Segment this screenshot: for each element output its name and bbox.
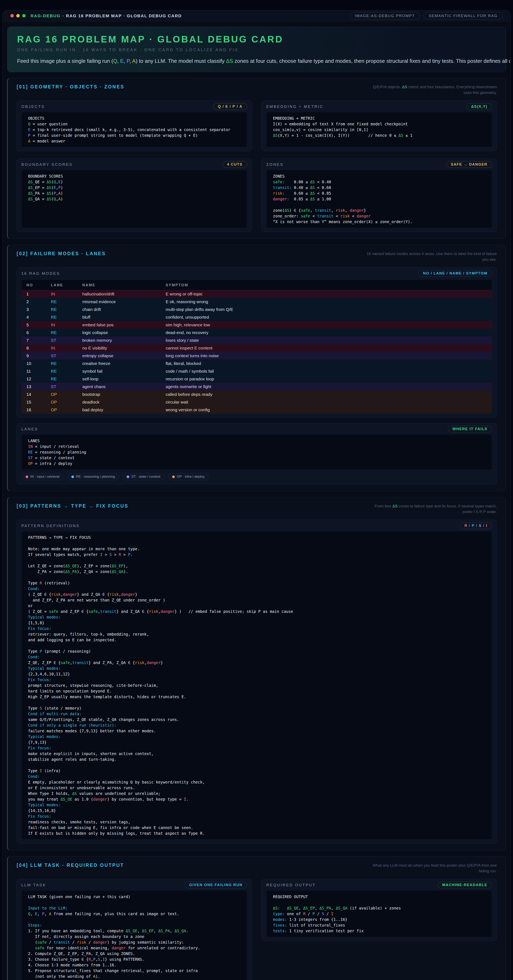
code-line: prompt structure, stepwise reasoning, ci…: [28, 682, 485, 688]
cell-name: symbol fail: [77, 368, 161, 375]
table-row: 9STentropy collapselong context turns in…: [22, 352, 492, 360]
code-line: BOUNDARY SCORES: [28, 173, 241, 179]
panel-badge: 4 CUTS: [222, 161, 247, 168]
cell-name: bootstrap: [77, 391, 161, 398]
code-line: Fix focus:: [28, 813, 485, 819]
app-window: RAG-DEBUG· RAG 16 PROBLEM MAP · GLOBAL D…: [2, 10, 511, 980]
header-badges: IMAGE-AS-DEBUG PROMPT SEMANTIC FIREWALL …: [350, 12, 503, 20]
required-output-code-block: REQUIRED OUTPUT ΔS: ΔS_QE, ΔS_EP, ΔS_PA,…: [266, 890, 492, 937]
cell-symptom: recursion or paradox loop: [161, 375, 492, 383]
lane-legend-chip: ST · state / context: [123, 473, 164, 480]
code-line: [28, 762, 485, 768]
code-line: ZONES: [273, 173, 485, 179]
cell-lane: RE: [46, 329, 77, 336]
column-header-symptom: SYMPTOM: [161, 280, 492, 290]
code-line: fail-fast on bad or missing E, fix infra…: [28, 825, 485, 830]
panel-badge: Q / E / P / A: [213, 103, 247, 110]
code-line: {2,3,4,6,10,11,12}: [28, 671, 485, 677]
panel-label: 16 RAG MODES: [21, 271, 60, 276]
cell-name: deadlock: [77, 398, 161, 406]
code-line: RE = reasoning / planning: [28, 449, 485, 455]
cell-no: 12: [22, 375, 46, 383]
boundary-code-block: BOUNDARY SCORESΔS_QE = ΔS(Q,E)ΔS_EP = ΔS…: [21, 170, 247, 228]
cell-name: no E visibility: [77, 344, 161, 352]
panel-label: EMBEDDING + METRIC: [266, 105, 323, 109]
cell-symptom: dead-end, no recovery: [161, 329, 492, 336]
lane-legend-label: RE · reasoning / planning: [76, 475, 115, 479]
patterns-code-block: PATTERNS → TYPE → FIX FOCUS Note: one mo…: [21, 531, 492, 840]
panel-label: LANES: [21, 427, 38, 431]
code-line: [28, 899, 241, 905]
section-title: [02] FAILURE MODES · LANES: [17, 251, 106, 256]
window-close-button[interactable]: [10, 14, 14, 18]
code-line: E = top-k retrieved docs (small k, e.g.,…: [28, 127, 241, 132]
badge-image-as-debug-prompt: IMAGE-AS-DEBUG PROMPT: [350, 12, 420, 20]
code-line: safe: 0.00 ≤ ΔS < 0.40: [273, 179, 485, 185]
table-row: 13STagent chaosagents overwrite or fight: [22, 383, 492, 391]
cell-lane: IN: [46, 344, 77, 352]
section-note: 16 named failure modes across 4 lanes. U…: [365, 251, 497, 262]
code-line: ΔS_EP = ΔS(E,P): [28, 185, 241, 190]
code-line: risk: 0.60 ≤ ΔS < 0.85: [273, 190, 485, 196]
cell-symptom: code / math / symbols fail: [161, 368, 492, 375]
code-line: 5. Propose structural_fixes that change …: [28, 968, 241, 974]
table-row: 3REchain driftmulti-step plan drifts awa…: [22, 305, 492, 313]
cell-no: 4: [22, 313, 46, 321]
code-line: 1. If you have an embedding tool, comput…: [28, 928, 241, 934]
code-line: Z_PA = zone(ΔS_PA), Z_QA = zone(ΔS_QA).: [28, 569, 485, 574]
section-note: From four ΔS zones to failure type and f…: [365, 503, 497, 514]
code-line: transit: 0.40 ≤ ΔS < 0.60: [273, 185, 485, 190]
cell-name: embed false pos: [77, 321, 161, 329]
panel-embedding-metric: EMBEDDING + METRIC ΔS(X,Y) EMBEDDING + M…: [261, 100, 497, 151]
column-header-no: NO: [22, 280, 46, 290]
code-line: or: [28, 603, 485, 609]
cell-lane: ST: [46, 336, 77, 344]
cell-symptom: cannot inspect E content: [161, 344, 492, 352]
code-line: danger: 0.85 ≤ ΔS ≤ 1.00: [273, 196, 485, 202]
window-controls: [10, 14, 25, 18]
panel-objects: OBJECTS Q / E / P / A OBJECTSQ = user qu…: [17, 100, 252, 151]
objects-code-block: OBJECTSQ = user questionE = top-k retrie…: [21, 112, 247, 147]
code-line: 6. For each fix, define one small test e…: [28, 979, 241, 980]
cell-symptom: E wrong or off-topic: [161, 290, 492, 298]
code-line: failure matches modes {7,9,13} better th…: [28, 728, 485, 734]
code-line: Cond if only a single run (heuristic):: [28, 722, 485, 728]
code-line: PATTERNS → TYPE → FIX FOCUS: [28, 535, 485, 540]
cell-symptom: multi-step plan drifts away from Q/E: [161, 305, 492, 313]
code-line: Cond:: [28, 654, 485, 660]
code-line: A = model answer: [28, 138, 241, 144]
code-line: Cond:: [28, 586, 485, 592]
window-maximize-button[interactable]: [22, 14, 25, 18]
code-line: [273, 899, 485, 905]
lane-legend-chip: RE · reasoning / planning: [67, 473, 119, 480]
modes-table-header: NO LANE NAME SYMPTOM: [22, 280, 492, 290]
panel-badge: GIVEN ONE FAILING RUN: [185, 881, 247, 888]
window-minimize-button[interactable]: [16, 14, 20, 18]
panel-pattern-definitions: PATTERN DEFINITIONS R / P / S / I PATTER…: [17, 520, 497, 843]
section-llm-task-required-output: [04] LLM TASK · REQUIRED OUTPUT What any…: [7, 856, 506, 980]
cell-symptom: loses story / state: [161, 336, 492, 344]
panel-badge: ΔS(X,Y): [467, 103, 492, 110]
cell-lane: ST: [46, 383, 77, 391]
code-line: make state explicit in inputs, shorten a…: [28, 751, 485, 756]
cell-no: 8: [22, 344, 46, 352]
code-line: Fix focus:: [28, 745, 485, 751]
cell-name: entropy collapse: [77, 352, 161, 360]
section-patterns-type-fix-focus: [03] PATTERNS → TYPE → FIX FOCUS From fo…: [7, 497, 506, 851]
code-line: ΔS_QA = ΔS(Q,A): [28, 196, 241, 202]
column-header-name: NAME: [77, 280, 161, 290]
cell-symptom: long context turns into noise: [161, 352, 492, 360]
hero-banner: RAG 16 PROBLEM MAP · GLOBAL DEBUG CARD O…: [7, 27, 506, 72]
window-title-rest: · RAG 16 PROBLEM MAP · GLOBAL DEBUG CARD: [62, 13, 182, 18]
code-line: {1,5,8}: [28, 620, 485, 626]
panel-badge: SAFE → DANGER: [446, 161, 492, 168]
code-line: ΔS_QE = ΔS(Q,E): [28, 179, 241, 185]
panel-badge: WHERE IT FAILS: [448, 426, 492, 433]
code-line: If not, directly assign each boundary to…: [28, 934, 241, 939]
lane-color-dot-icon: [25, 476, 28, 478]
table-row: 4REbluffconfident, unsupported: [22, 313, 492, 321]
code-line: Q = user question: [28, 121, 241, 127]
code-line: LANES: [28, 438, 485, 444]
page-subtitle: ONE FAILING RUN IN · 16 WAYS TO BREAK · …: [17, 48, 496, 52]
table-row: 6RElogic collapsedead-end, no recovery: [22, 329, 492, 336]
